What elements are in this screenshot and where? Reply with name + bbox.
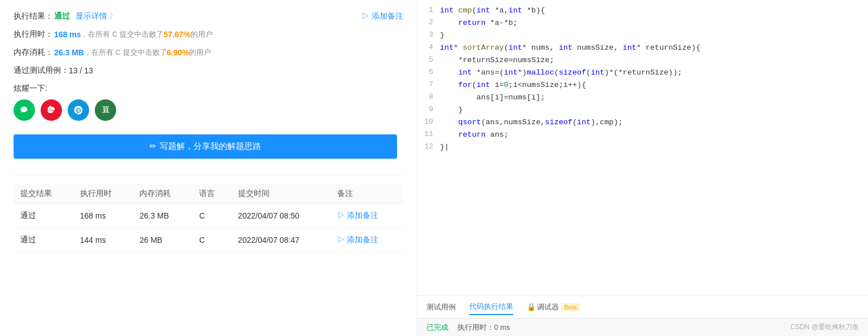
line-number: 7 [417,79,440,91]
qq-share-btn[interactable] [68,99,89,121]
exec-time-desc: ，在所有 C 提交中击败了 [81,29,164,40]
mem-desc: ，在所有 C 提交中击败了 [84,47,167,58]
bottom-tabs: 测试用例 代码执行结果 🔒调试器Beta [417,295,868,318]
mem-percent: 6.90% [167,48,190,57]
line-number: 4 [417,42,440,54]
exec-time-value: 168 ms [54,30,81,39]
tab-debugger[interactable]: 🔒调试器Beta [527,300,580,315]
time-cell: 144 ms [73,228,133,252]
time-cell: 168 ms [73,204,133,228]
mem-cell: 26 MB [133,228,192,252]
table-row: 通过 168 ms 26.3 MB C 2022/04/07 08:50 ▷ 添… [14,204,403,228]
line-content: return ans; [440,129,868,141]
show-detail-link[interactable]: 显示详情 〉 [76,11,117,21]
bottom-status: 已完成 执行用时：0 ms CSDN @爱吃烤秋刀鱼 [417,318,868,336]
code-editor[interactable]: 1int cmp(int *a,int *b){2 return *a-*b;3… [417,0,868,295]
col-header-note: 备注 [331,184,403,204]
col-header-time: 执行用时 [73,184,133,204]
lock-icon: 🔒 [527,303,536,311]
exec-time-unit: 的用户 [191,29,213,40]
line-number: 12 [417,141,440,153]
social-icons-row: 豆 [14,99,403,121]
douban-share-btn[interactable]: 豆 [95,99,116,121]
result-cell[interactable]: 通过 [14,204,73,228]
wechat-share-btn[interactable] [14,99,35,121]
code-line: 12}| [417,141,868,154]
line-content: } [440,104,868,116]
line-content: int* sortArray(int* nums, int numsSize, … [440,42,868,54]
test-cases-label: 通过测试用例： [14,66,69,76]
tab-test-cases[interactable]: 测试用例 [426,300,456,315]
code-line: 4int* sortArray(int* nums, int numsSize,… [417,42,868,54]
divider [14,174,403,175]
code-line: 9 } [417,104,868,116]
status-completed: 已完成 [426,322,448,333]
line-content: int cmp(int *a,int *b){ [440,5,868,17]
exec-result-pass: 通过 [54,11,70,21]
line-content: }| [440,141,868,154]
code-line: 2 return *a-*b; [417,17,868,29]
line-number: 3 [417,29,440,41]
weibo-share-btn[interactable] [41,99,62,121]
col-header-lang: 语言 [192,184,231,204]
result-cell[interactable]: 通过 [14,228,73,252]
note-cell[interactable]: ▷ 添加备注 [331,228,403,252]
test-cases-row: 通过测试用例： 13 / 13 [14,66,403,76]
watermark: CSDN @爱吃烤秋刀鱼 [790,322,859,332]
mem-cell: 26.3 MB [133,204,192,228]
line-number: 8 [417,91,440,103]
submit-time-cell: 2022/04/07 08:47 [231,228,331,252]
mem-unit: 的用户 [189,47,211,58]
lang-cell: C [192,228,231,252]
right-panel: 1int cmp(int *a,int *b){2 return *a-*b;3… [417,0,868,336]
line-number: 11 [417,129,440,141]
submissions-table: 提交结果 执行用时 内存消耗 语言 提交时间 备注 通过 168 ms 26.3… [14,184,403,252]
col-header-result: 提交结果 [14,184,73,204]
mem-row: 内存消耗： 26.3 MB ，在所有 C 提交中击败了 6.90% 的用户 [14,47,403,58]
code-line: 6 int *ans=(int*)malloc(sizeof(int)*(*re… [417,67,868,79]
left-panel: 执行结果： 通过 显示详情 〉 ▷ 添加备注 执行用时： 168 ms ，在所有… [0,0,417,336]
note-cell[interactable]: ▷ 添加备注 [331,204,403,228]
lang-cell: C [192,204,231,228]
line-content: qsort(ans,numsSize,sizeof(int),cmp); [440,116,868,129]
execution-result-row: 执行结果： 通过 显示详情 〉 ▷ 添加备注 [14,11,403,21]
tab-exec-result[interactable]: 代码执行结果 [469,299,513,315]
exec-time-status: 执行用时：0 ms [457,322,510,333]
code-line: 10 qsort(ans,numsSize,sizeof(int),cmp); [417,116,868,129]
line-content: for(int i=0;i<numsSize;i++){ [440,79,868,91]
col-header-submit-time: 提交时间 [231,184,331,204]
test-cases-value: 13 / 13 [69,66,93,75]
line-number: 9 [417,104,440,116]
mem-value: 26.3 MB [54,48,84,57]
write-solution-btn[interactable]: ✏ 写题解，分享我的解题思路 [14,134,397,159]
mem-label: 内存消耗： [14,47,54,58]
line-content: *returnSize=numsSize; [440,54,868,67]
line-number: 10 [417,116,440,128]
exec-time-row: 执行用时： 168 ms ，在所有 C 提交中击败了 57.67% 的用户 [14,29,403,40]
code-line: 1int cmp(int *a,int *b){ [417,5,868,17]
code-line: 7 for(int i=0;i<numsSize;i++){ [417,79,868,91]
share-label: 炫耀一下: [14,84,403,94]
line-content: int *ans=(int*)malloc(sizeof(int)*(*retu… [440,67,868,79]
line-content: return *a-*b; [440,17,868,29]
exec-time-percent: 57.67% [164,30,190,39]
exec-result-label: 执行结果： [14,11,54,21]
code-line: 5 *returnSize=numsSize; [417,54,868,67]
exec-time-label: 执行用时： [14,29,54,40]
col-header-mem: 内存消耗 [133,184,192,204]
submit-time-cell: 2022/04/07 08:50 [231,204,331,228]
beta-badge: Beta [561,303,580,311]
line-content: ans[i]=nums[i]; [440,91,868,104]
code-line: 3} [417,29,868,42]
line-number: 5 [417,54,440,66]
line-number: 6 [417,67,440,78]
add-note-btn-top[interactable]: ▷ 添加备注 [362,11,403,21]
code-line: 11 return ans; [417,129,868,141]
line-number: 1 [417,5,440,16]
line-number: 2 [417,17,440,29]
table-row: 通过 144 ms 26 MB C 2022/04/07 08:47 ▷ 添加备… [14,228,403,252]
code-line: 8 ans[i]=nums[i]; [417,91,868,104]
line-content: } [440,29,868,42]
